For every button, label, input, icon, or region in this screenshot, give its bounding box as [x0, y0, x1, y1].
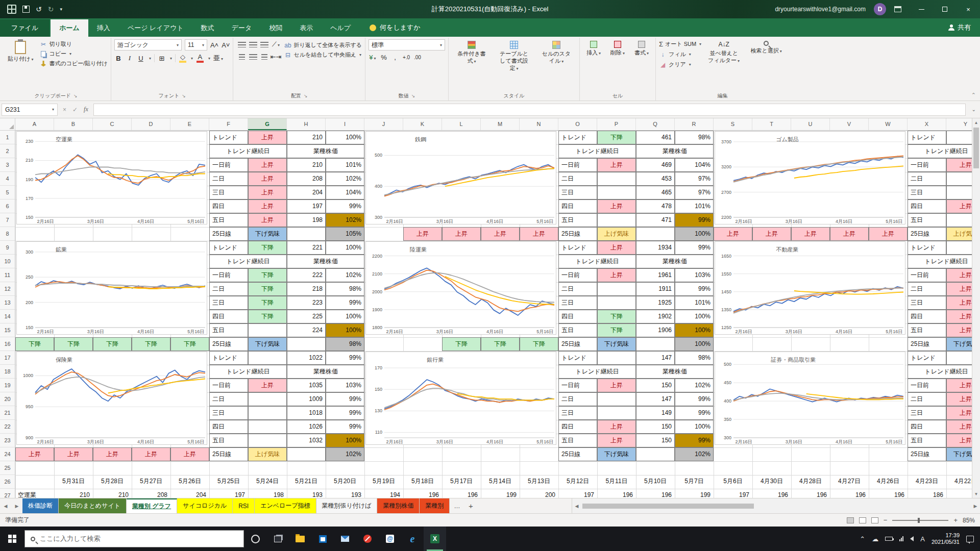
cell-O14[interactable]: 四日 — [558, 310, 597, 323]
cell-H14[interactable]: 225 — [287, 310, 326, 323]
cell-Y1[interactable] — [946, 131, 972, 144]
cell-R1[interactable]: 98% — [675, 131, 714, 144]
cell-H5[interactable]: 204 — [287, 186, 326, 199]
cell-Y24[interactable]: 下げ気味 — [946, 447, 972, 461]
column-header-F[interactable]: F — [209, 118, 248, 130]
ribbon-tab-表示[interactable]: 表示 — [291, 19, 322, 37]
row-header-1[interactable]: 1 — [0, 131, 15, 144]
cell-X6[interactable]: 四日 — [908, 199, 946, 213]
dialog-launcher-icon[interactable]: ↘ — [411, 93, 415, 98]
align-middle-icon[interactable] — [249, 42, 257, 47]
cell-R22[interactable]: 100% — [675, 420, 714, 434]
action-center-icon[interactable] — [966, 536, 974, 542]
cell-A16[interactable]: 下降 — [15, 337, 54, 351]
cell-Q24[interactable] — [636, 447, 675, 461]
italic-button[interactable]: I — [126, 54, 134, 62]
cell-R23[interactable]: 99% — [675, 434, 714, 447]
excel-taskbar-button[interactable]: X — [424, 527, 446, 551]
cell-P5[interactable] — [597, 186, 636, 199]
horizontal-scroll-thumb[interactable] — [582, 504, 754, 509]
cell-K26[interactable]: 5月18日 — [403, 475, 442, 489]
cell-M27[interactable]: 199 — [481, 489, 520, 498]
cell-F19[interactable]: 一日前 — [209, 379, 248, 392]
cell-T27[interactable]: 196 — [752, 489, 791, 498]
cell-X22[interactable]: 四日 — [908, 420, 946, 434]
cell-E27[interactable]: 204 — [170, 489, 209, 498]
cell-F3[interactable]: 一日前 — [209, 158, 248, 172]
cell-G16[interactable]: 下げ気味 — [248, 337, 287, 351]
bold-button[interactable]: B — [114, 55, 122, 62]
cell-O24[interactable]: 25日線 — [558, 447, 597, 461]
cell-I6[interactable]: 99% — [326, 199, 364, 213]
cell-V26[interactable]: 4月27日 — [830, 475, 869, 489]
column-header-R[interactable]: R — [675, 118, 714, 130]
cell-O21[interactable]: 三日 — [558, 406, 597, 420]
horizontal-scrollbar[interactable]: ◀ ▶ — [572, 498, 980, 513]
paste-button[interactable]: 貼り付け▾ — [4, 39, 37, 64]
cell-R24[interactable]: 102% — [675, 447, 714, 461]
cell-G1[interactable]: 上昇 — [248, 131, 287, 144]
sheet-tab-株価診断[interactable]: 株価診断 — [22, 498, 59, 513]
find-select-button[interactable]: 検索と選択▾ — [746, 39, 786, 56]
cell-V8[interactable]: 上昇 — [830, 227, 869, 241]
cell-F1[interactable]: トレンド — [209, 131, 248, 144]
vertical-scroll-thumb[interactable] — [973, 128, 979, 168]
cell-U26[interactable]: 4月28日 — [791, 475, 830, 489]
column-header-H[interactable]: H — [287, 118, 326, 130]
cell-Q4[interactable]: 453 — [636, 172, 675, 186]
row-header-24[interactable]: 24 — [0, 447, 15, 461]
file-explorer-button[interactable] — [289, 527, 311, 551]
sheet-tab-サイコロジカル[interactable]: サイコロジカル — [177, 498, 233, 513]
cell-Y4[interactable] — [946, 172, 972, 186]
cell-O13[interactable]: 三日 — [558, 296, 597, 310]
cell-Q11[interactable]: 1961 — [636, 268, 675, 282]
dialog-launcher-icon[interactable]: ↘ — [74, 93, 78, 98]
format-cells-button[interactable]: 書式▾ — [631, 39, 652, 58]
cell-X15[interactable]: 五日 — [908, 323, 946, 337]
normal-view-icon[interactable] — [847, 517, 854, 523]
cell-Q5[interactable]: 465 — [636, 186, 675, 199]
format-painter-button[interactable]: 書式のコピー/貼り付け — [40, 60, 108, 67]
cell-A27[interactable]: 空運業 — [15, 489, 54, 498]
cell-P3[interactable]: 上昇 — [597, 158, 636, 172]
column-header-X[interactable]: X — [908, 118, 946, 130]
cell-F15[interactable]: 五日 — [209, 323, 248, 337]
scroll-right-icon[interactable]: ▶ — [971, 504, 980, 509]
row-header-18[interactable]: 18 — [0, 365, 15, 379]
cell-I17[interactable]: 99% — [326, 351, 364, 365]
page-break-view-icon[interactable] — [871, 517, 878, 523]
scroll-left-icon[interactable]: ◀ — [572, 504, 581, 509]
cell-G12[interactable]: 下降 — [248, 282, 287, 296]
onedrive-cloud-icon[interactable]: ☁ — [872, 535, 878, 543]
cell-G7[interactable]: 上昇 — [248, 213, 287, 227]
insert-cells-button[interactable]: 挿入▾ — [583, 39, 604, 58]
cell-F6[interactable]: 四日 — [209, 199, 248, 213]
tell-me-search[interactable]: 何をしますか — [370, 23, 421, 37]
chart-insurance[interactable]: 10009509002月16日3月16日4月16日5月16日保険業 — [16, 352, 207, 445]
cell-N27[interactable]: 200 — [520, 489, 558, 498]
sheet-tab-業種別張り付けば[interactable]: 業種別張り付けば — [316, 498, 378, 513]
decrease-decimal-icon[interactable]: .00 — [413, 55, 422, 60]
cell-P22[interactable]: 上昇 — [597, 420, 636, 434]
cell-O2[interactable]: トレンド継続日 — [558, 144, 636, 158]
cell-P4[interactable] — [597, 172, 636, 186]
cell-I11[interactable]: 102% — [326, 268, 364, 282]
collapse-ribbon-icon[interactable]: ⌃ — [971, 92, 976, 98]
cell-R5[interactable]: 97% — [675, 186, 714, 199]
cell-X9[interactable]: トレンド — [908, 241, 946, 255]
more-sheets-button[interactable]: … — [450, 498, 464, 513]
cell-M16[interactable]: 下降 — [481, 337, 520, 351]
cell-M26[interactable]: 5月14日 — [481, 475, 520, 489]
battery-icon[interactable] — [885, 537, 893, 541]
row-header-10[interactable]: 10 — [0, 255, 15, 268]
cell-P24[interactable]: 下げ気味 — [597, 447, 636, 461]
cell-H26[interactable]: 5月21日 — [287, 475, 326, 489]
cell-V27[interactable]: 196 — [830, 489, 869, 498]
column-header-T[interactable]: T — [752, 118, 791, 130]
edge-button[interactable]: e — [401, 527, 424, 551]
cell-H4[interactable]: 208 — [287, 172, 326, 186]
cell-F9[interactable]: トレンド — [209, 241, 248, 255]
row-header-27[interactable]: 27 — [0, 489, 15, 498]
cell-H8[interactable] — [287, 227, 326, 241]
column-header-E[interactable]: E — [170, 118, 209, 130]
